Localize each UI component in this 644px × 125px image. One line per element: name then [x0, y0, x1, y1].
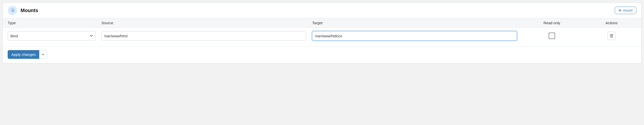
- delete-mount-button[interactable]: [607, 32, 616, 40]
- trash-icon: [610, 34, 614, 38]
- panel-footer: Apply changes: [3, 47, 641, 63]
- list-icon: [8, 6, 17, 15]
- apply-button-group: Apply changes: [8, 50, 47, 59]
- svg-point-1: [11, 10, 11, 11]
- svg-point-2: [11, 11, 11, 12]
- column-header-readonly: Read only: [520, 18, 584, 28]
- chevron-down-icon: [42, 54, 44, 55]
- mount-type-select[interactable]: Bind: [8, 31, 96, 40]
- column-header-type: Type: [3, 18, 98, 28]
- panel-header: Mounts mount: [3, 3, 641, 18]
- add-mount-label: mount: [623, 8, 632, 12]
- table-row: Bind: [3, 28, 641, 47]
- add-mount-button[interactable]: mount: [615, 7, 636, 14]
- mounts-table: Type Source Target Read only Actions Bin…: [3, 18, 641, 47]
- panel-title: Mounts: [20, 8, 615, 13]
- column-header-target: Target: [309, 18, 520, 28]
- column-header-actions: Actions: [584, 18, 641, 28]
- apply-changes-button[interactable]: Apply changes: [8, 50, 39, 59]
- plus-icon: [618, 9, 622, 12]
- column-header-source: Source: [98, 18, 309, 28]
- svg-point-0: [11, 9, 11, 9]
- apply-dropdown-button[interactable]: [39, 50, 47, 59]
- mount-target-input[interactable]: [312, 31, 517, 40]
- mount-source-input[interactable]: [102, 31, 306, 40]
- mounts-panel: Mounts mount Type Source Target Read onl…: [2, 2, 642, 63]
- mount-readonly-checkbox[interactable]: [549, 33, 555, 39]
